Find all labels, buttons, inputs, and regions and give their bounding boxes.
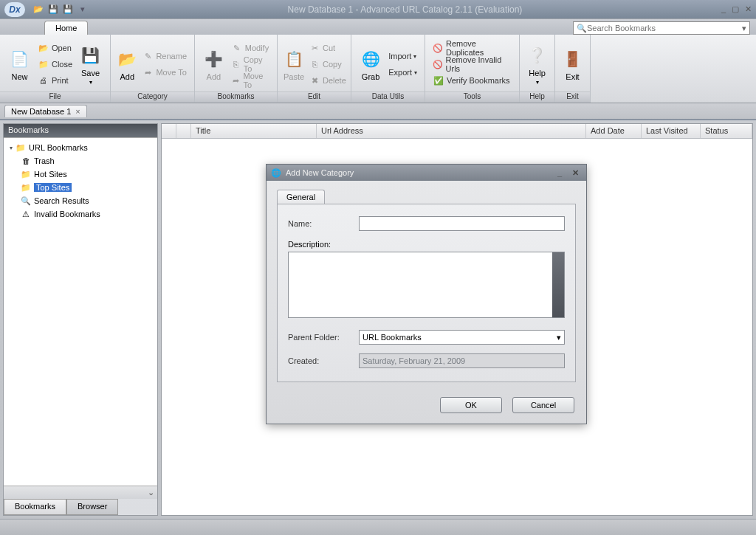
ok-button[interactable]: OK bbox=[440, 397, 502, 413]
parent-folder-combo[interactable]: URL Bookmarks ▾ bbox=[359, 330, 565, 345]
save-icon[interactable]: 💾 bbox=[47, 4, 59, 15]
qat-dropdown-icon[interactable]: ▾ bbox=[77, 4, 89, 15]
description-scrollbar[interactable] bbox=[552, 252, 564, 317]
exit-icon: 🚪 bbox=[561, 47, 585, 71]
save-button[interactable]: 💾 Save ▾ bbox=[75, 37, 106, 92]
sidebar-item-url-bookmarks[interactable]: ▾📁URL Bookmarks bbox=[5, 141, 156, 154]
group-tools: 🚫Remove Duplicates 🚫Remove Invalid Urls … bbox=[425, 35, 520, 103]
open-icon[interactable]: 📂 bbox=[32, 4, 44, 15]
paste-label: Paste bbox=[284, 72, 304, 81]
close-file-button[interactable]: 📁Close bbox=[35, 56, 75, 72]
delete-button[interactable]: ✖Delete bbox=[306, 72, 349, 89]
cut-button[interactable]: ✂Cut bbox=[306, 40, 349, 56]
name-input[interactable] bbox=[359, 216, 565, 231]
search-bookmarks-box[interactable]: 🔍 ▾ bbox=[573, 21, 750, 35]
col-adddate[interactable]: Add Date bbox=[586, 124, 642, 138]
group-edit: 📋 Paste ✂Cut ⎘Copy ✖Delete Edit bbox=[278, 35, 351, 103]
modify-icon: ✎ bbox=[231, 44, 243, 53]
copy-button[interactable]: ⎘Copy bbox=[306, 56, 349, 72]
verify-button[interactable]: ✅Verify Bookmarks bbox=[430, 72, 515, 89]
exit-button[interactable]: 🚪 Exit bbox=[560, 37, 585, 92]
moveto-bm-label: Move To bbox=[244, 72, 270, 89]
add-category-dialog: 🌐 Add New Category _ ✕ General Name: Des… bbox=[266, 164, 587, 424]
help-label: Help bbox=[529, 69, 546, 77]
cancel-button[interactable]: Cancel bbox=[512, 397, 574, 413]
sidebar-item-label: Invalid Bookmarks bbox=[34, 210, 100, 218]
group-exit-label: Exit bbox=[555, 92, 590, 103]
parent-folder-value: URL Bookmarks bbox=[362, 333, 422, 342]
close-button[interactable]: ✕ bbox=[745, 4, 752, 14]
search-input[interactable] bbox=[587, 24, 742, 32]
dialog-close-button[interactable]: ✕ bbox=[569, 168, 582, 178]
open-button[interactable]: 📂Open bbox=[35, 40, 75, 56]
paste-button[interactable]: 📋 Paste bbox=[282, 37, 306, 92]
group-datautils-label: Data Utils bbox=[351, 92, 425, 103]
remove-dup-icon: 🚫 bbox=[433, 44, 444, 53]
sidebar-item-trash[interactable]: 🗑Trash bbox=[5, 154, 156, 168]
dialog-pane: Name: Description: Parent Folder: URL Bo… bbox=[277, 204, 576, 382]
tab-general[interactable]: General bbox=[277, 190, 325, 204]
sidebar-item-invalid-bookmarks[interactable]: ⚠Invalid Bookmarks bbox=[5, 207, 156, 221]
add-category-button[interactable]: 📂 Add bbox=[115, 37, 139, 92]
moveto-bookmark-button[interactable]: ➦Move To bbox=[228, 72, 272, 89]
chevron-down-icon[interactable]: ⌄ bbox=[148, 488, 154, 497]
col-url[interactable]: Url Address bbox=[317, 124, 586, 138]
sidebar-tab-browser[interactable]: Browser bbox=[66, 499, 118, 515]
new-button[interactable]: 📄 New bbox=[4, 37, 35, 92]
col-status[interactable]: Status bbox=[701, 124, 752, 138]
grab-button[interactable]: 🌐 Grab bbox=[356, 37, 385, 92]
export-button[interactable]: Export ▾ bbox=[385, 64, 420, 80]
chevron-down-icon[interactable]: ▾ bbox=[536, 79, 539, 86]
dialog-titlebar[interactable]: 🌐 Add New Category _ ✕ bbox=[267, 165, 586, 181]
add-bookmark-label: Add bbox=[207, 72, 221, 81]
rename-category-button[interactable]: ✎Rename bbox=[139, 48, 190, 64]
help-button[interactable]: ❔ Help ▾ bbox=[524, 37, 550, 92]
modify-button[interactable]: ✎Modify bbox=[228, 40, 272, 56]
sidebar-item-top-sites[interactable]: 📁Top Sites bbox=[5, 181, 156, 194]
document-tab-close-icon[interactable]: × bbox=[75, 107, 80, 116]
save-dropdown-icon[interactable]: ▾ bbox=[89, 79, 92, 86]
remove-invalid-button[interactable]: 🚫Remove Invalid Urls bbox=[430, 56, 515, 72]
sidebar-item-label: Hot Sites bbox=[34, 170, 67, 179]
close-label: Close bbox=[52, 60, 72, 69]
group-exit: 🚪 Exit Exit bbox=[555, 35, 591, 103]
col-spacer2[interactable] bbox=[176, 124, 191, 138]
maximize-button[interactable]: ▢ bbox=[732, 4, 739, 14]
rmdup-label: Remove Duplicates bbox=[446, 39, 512, 57]
print-button[interactable]: 🖨Print bbox=[35, 72, 75, 89]
import-button[interactable]: Import ▾ bbox=[385, 48, 420, 64]
col-spacer[interactable] bbox=[162, 124, 176, 138]
print-icon: 🖨 bbox=[38, 76, 49, 85]
group-bookmarks-label: Bookmarks bbox=[195, 92, 277, 103]
cut-icon: ✂ bbox=[309, 44, 320, 53]
save-as-icon[interactable]: 💾 bbox=[62, 4, 74, 15]
col-lastvisited[interactable]: Last Visited bbox=[642, 124, 701, 138]
bookmarks-tree[interactable]: ▾📁URL Bookmarks🗑Trash📁Hot Sites📁Top Site… bbox=[4, 137, 157, 486]
verify-label: Verify Bookmarks bbox=[447, 76, 510, 85]
copy-label: Copy bbox=[323, 60, 342, 69]
expand-icon[interactable]: ▾ bbox=[10, 145, 13, 151]
sidebar-tab-bookmarks[interactable]: Bookmarks bbox=[4, 499, 66, 515]
dialog-minimize-button[interactable]: _ bbox=[554, 168, 565, 177]
document-tab[interactable]: New Database 1 × bbox=[4, 105, 87, 117]
minimize-button[interactable]: _ bbox=[721, 4, 726, 14]
description-textarea[interactable] bbox=[288, 252, 565, 318]
moveto-category-button[interactable]: ➦Move To bbox=[139, 64, 190, 80]
tab-home[interactable]: Home bbox=[44, 21, 88, 35]
remove-duplicates-button[interactable]: 🚫Remove Duplicates bbox=[430, 40, 515, 56]
group-category: 📂 Add ✎Rename ➦Move To Category bbox=[111, 35, 195, 103]
add-bookmark-button[interactable]: ➕ Add bbox=[199, 37, 228, 92]
delete-label: Delete bbox=[323, 76, 346, 85]
search-dropdown-icon[interactable]: ▾ bbox=[742, 24, 746, 33]
name-label: Name: bbox=[288, 219, 354, 228]
add-bookmark-icon: ➕ bbox=[202, 47, 225, 71]
sidebar-item-hot-sites[interactable]: 📁Hot Sites bbox=[5, 168, 156, 181]
dialog-icon: 🌐 bbox=[271, 168, 281, 178]
sidebar-item-search-results[interactable]: 🔍Search Results bbox=[5, 194, 156, 207]
sidebar-scrollbar[interactable]: ⌄ bbox=[4, 486, 157, 499]
copyto-button[interactable]: ⎘Copy To bbox=[228, 56, 272, 72]
col-title[interactable]: Title bbox=[191, 124, 317, 138]
exit-label: Exit bbox=[566, 72, 579, 81]
moveto-label: Move To bbox=[156, 68, 186, 77]
grab-icon: 🌐 bbox=[359, 47, 382, 71]
